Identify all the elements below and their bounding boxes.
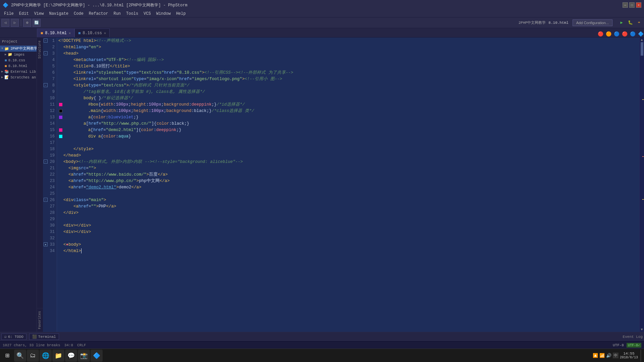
start-button[interactable]: ⊞	[1, 350, 13, 362]
terminal-tab[interactable]: ⬛ Terminal	[29, 334, 59, 340]
tree-item-imges[interactable]: ▶ 📁 imges	[0, 52, 37, 57]
menu-run[interactable]: Run	[111, 11, 123, 17]
tree-item-html[interactable]: ◼ 8.10.html	[0, 63, 37, 69]
menu-help[interactable]: Help	[173, 11, 189, 17]
scroll-marker-2	[642, 156, 644, 157]
title-bar: 🔷 2PHP中文网教学 [E:\2PHP中文网教学] - ...\8.10.ht…	[0, 0, 644, 10]
tree-icon-css: ◼	[5, 58, 7, 62]
line-number-gutter: − 1 2 − 3 4 5 6 7 − 8 9 10 11 12	[43, 38, 57, 332]
line-31-num: 31	[43, 229, 57, 235]
taskbar-phpstorm[interactable]: 🔷	[91, 350, 103, 362]
line-20-num: − 20	[43, 159, 57, 165]
scroll-thumb[interactable]	[641, 42, 643, 56]
close-button[interactable]: ✕	[636, 2, 641, 8]
minimize-button[interactable]: —	[623, 2, 628, 8]
menu-view[interactable]: View	[32, 11, 47, 17]
tab-css-icon: ◼	[78, 31, 80, 36]
show-desktop-button[interactable]	[641, 350, 643, 362]
ie-icon[interactable]: 🔴	[621, 31, 628, 37]
project-panel-header: Project	[0, 38, 37, 46]
app-icon: 🔷	[3, 2, 8, 8]
terminal-icon: ⬛	[32, 335, 37, 339]
taskbar-camera[interactable]: 📸	[78, 350, 90, 362]
scroll-down-arrow[interactable]: ▼	[641, 327, 643, 332]
taskbar-explorer[interactable]: 📁	[52, 350, 64, 362]
tab-html[interactable]: ◼ 8.10.html ✕	[37, 28, 74, 37]
todo-tab[interactable]: ☑ 6: TODO	[1, 334, 26, 340]
taskbar-search[interactable]: 🔍	[14, 350, 26, 362]
add-configuration-button[interactable]: Add Configuration...	[573, 19, 612, 26]
menu-refactor[interactable]: Refactor	[86, 11, 111, 17]
coverage-button[interactable]: ☂	[635, 19, 643, 26]
fold-icon-20[interactable]: −	[44, 160, 48, 164]
tab-html-close[interactable]: ✕	[69, 31, 71, 35]
maximize-button[interactable]: ☐	[629, 2, 635, 8]
event-log-button[interactable]: Event Log	[623, 335, 643, 339]
code-line-22: <a href="https://www.baidu.com/">百度</a>	[58, 171, 638, 178]
code-line-19: </head>	[58, 152, 638, 159]
color-swatch-16[interactable]	[59, 135, 62, 138]
menu-file[interactable]: File	[1, 11, 16, 17]
color-swatch-12[interactable]	[59, 109, 62, 113]
favorites-tab[interactable]: Favorites	[37, 308, 43, 332]
code-line-6: <link rel="stylesheet" type="text/css" h…	[58, 69, 638, 76]
status-bar: 1027 chars, 33 line breaks 34:8 CRLF UTF…	[0, 341, 644, 349]
fold-icon-33[interactable]: ●	[44, 242, 48, 246]
toolbar-settings-button[interactable]: ⚙	[23, 19, 31, 27]
tree-item-css[interactable]: ◼ 8.10.css	[0, 57, 37, 63]
safari-icon[interactable]: 🔵	[613, 31, 620, 37]
taskbar-wechat[interactable]: 💬	[65, 350, 77, 362]
run-button[interactable]: ▶	[618, 19, 625, 26]
tree-arrow-imges: ▶	[5, 53, 6, 56]
color-swatch-13[interactable]	[59, 116, 62, 119]
code-line-24: <a href="demo2.html">demo2</a>	[58, 184, 638, 190]
menu-code[interactable]: Code	[71, 11, 86, 17]
title-bar-left: 🔷 2PHP中文网教学 [E:\2PHP中文网教学] - ...\8.10.ht…	[3, 2, 187, 8]
scroll-up-arrow[interactable]: ▲	[641, 38, 643, 42]
edge-icon[interactable]: 🔵	[629, 31, 636, 37]
color-swatch-15[interactable]	[59, 128, 62, 132]
line-14-num: 14	[43, 120, 57, 127]
fold-icon-26[interactable]: −	[44, 198, 48, 202]
vertical-scrollbar[interactable]: ▲ ▼	[639, 38, 644, 332]
code-line-34: </html>	[58, 248, 638, 254]
menu-vcs[interactable]: VCS	[141, 11, 154, 17]
tab-css[interactable]: ◼ 8.10.css ✕	[74, 28, 110, 37]
debug-button[interactable]: 🐛	[627, 19, 634, 26]
toolbar-sync-button[interactable]: 🔄	[33, 19, 41, 27]
window-title: 2PHP中文网教学 [E:\2PHP中文网教学] - ...\8.10.html…	[11, 2, 187, 8]
tab-html-icon: ◼	[41, 31, 43, 36]
menu-window[interactable]: Window	[154, 11, 173, 17]
structure-tab[interactable]: Structure	[37, 38, 43, 61]
tree-item-ext-lib[interactable]: ▶ 📚 External Lib...	[0, 69, 37, 74]
taskbar-task-view[interactable]: 🗂	[27, 350, 39, 362]
line-32-num: 32	[43, 235, 57, 241]
chrome-icon[interactable]: 🔴	[597, 31, 604, 37]
taskbar-edge[interactable]: 🌐	[40, 350, 52, 362]
fold-icon-8[interactable]: −	[44, 83, 48, 87]
code-line-12: .main{ width: 100px; height: 100px; back…	[58, 108, 638, 114]
tree-icon-html: ◼	[5, 64, 7, 68]
line-4-num: 4	[43, 57, 57, 63]
tree-label-root: 2PHP中文网教学	[10, 46, 37, 51]
clock-date: 2018/6/13	[620, 356, 638, 359]
tab-css-close[interactable]: ✕	[104, 31, 106, 35]
system-clock[interactable]: 14:55 2018/6/13	[620, 352, 638, 359]
fold-icon-1[interactable]: −	[44, 39, 48, 43]
tree-icon-imges: 📁	[8, 52, 12, 57]
color-swatch-11[interactable]	[59, 103, 62, 106]
firefox-icon[interactable]: 🟠	[605, 31, 612, 37]
fold-icon-3[interactable]: −	[44, 51, 48, 55]
tree-label-css: 8.10.css	[8, 58, 25, 62]
toolbar-forward-button[interactable]: ▷	[11, 19, 19, 27]
code-editor[interactable]: <!DOCTYPE html> <!--声明格式--> <html lang="…	[57, 38, 639, 332]
menu-navigate[interactable]: Navigate	[46, 11, 71, 17]
line-18-num: 18	[43, 146, 57, 152]
menu-tools[interactable]: Tools	[123, 11, 141, 17]
toolbar-back-button[interactable]: ◁	[1, 19, 9, 27]
line-33-num: ● 33	[43, 241, 57, 248]
menu-edit[interactable]: Edit	[16, 11, 32, 17]
tree-item-root[interactable]: ▼ 📁 2PHP中文网教学	[0, 46, 37, 52]
tree-item-scratches[interactable]: ▶ 📝 Scratches an	[0, 74, 37, 80]
opera-icon[interactable]: 🔷	[637, 31, 644, 37]
